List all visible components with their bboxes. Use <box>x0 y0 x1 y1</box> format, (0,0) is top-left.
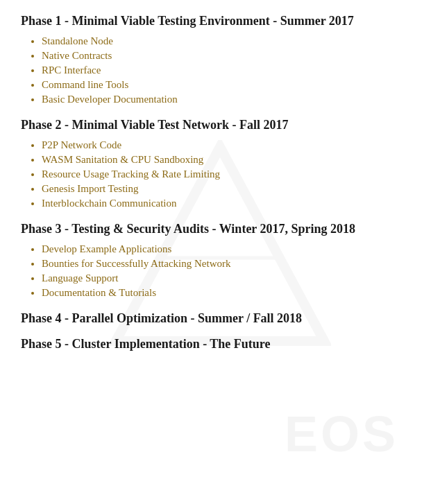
phase-2-item-4: Genesis Import Testing <box>42 183 419 195</box>
phase-1-heading: Phase 1 - Minimal Viable Testing Environ… <box>21 14 419 28</box>
phase-block-5: Phase 5 - Cluster Implementation - The F… <box>21 337 419 351</box>
phase-2-heading: Phase 2 - Minimal Viable Test Network - … <box>21 118 419 132</box>
phase-1-item-5: Basic Developer Documentation <box>42 94 419 105</box>
phase-block-3: Phase 3 - Testing & Security Audits - Wi… <box>21 222 419 299</box>
phase-block-4: Phase 4 - Parallel Optimization - Summer… <box>21 311 419 326</box>
phase-2-item-5: Interblockchain Communication <box>42 198 419 209</box>
phase-4-heading: Phase 4 - Parallel Optimization - Summer… <box>21 311 419 326</box>
phase-3-list: Develop Example ApplicationsBounties for… <box>21 243 419 299</box>
phase-3-item-3: Language Support <box>42 272 419 284</box>
phase-1-item-1: Standalone Node <box>42 35 419 47</box>
phase-2-item-3: Resource Usage Tracking & Rate Limiting <box>42 168 419 180</box>
phase-1-item-2: Native Contracts <box>42 50 419 62</box>
phase-1-item-3: RPC Interface <box>42 64 419 76</box>
phase-3-heading: Phase 3 - Testing & Security Audits - Wi… <box>21 222 419 236</box>
phase-5-heading: Phase 5 - Cluster Implementation - The F… <box>21 337 419 351</box>
eos-text-watermark: EOS <box>285 406 398 462</box>
phase-1-list: Standalone NodeNative ContractsRPC Inter… <box>21 35 419 105</box>
phase-2-item-1: P2P Network Code <box>42 139 419 151</box>
phase-1-item-4: Command line Tools <box>42 79 419 91</box>
phase-3-item-1: Develop Example Applications <box>42 243 419 255</box>
phase-block-1: Phase 1 - Minimal Viable Testing Environ… <box>21 14 419 105</box>
phase-3-item-4: Documentation & Tutorials <box>42 287 419 299</box>
phase-2-list: P2P Network CodeWASM Sanitation & CPU Sa… <box>21 139 419 209</box>
phase-3-item-2: Bounties for Successfully Attacking Netw… <box>42 258 419 270</box>
phase-block-2: Phase 2 - Minimal Viable Test Network - … <box>21 118 419 209</box>
main-content: Phase 1 - Minimal Viable Testing Environ… <box>21 14 419 351</box>
phase-2-item-2: WASM Sanitation & CPU Sandboxing <box>42 154 419 166</box>
